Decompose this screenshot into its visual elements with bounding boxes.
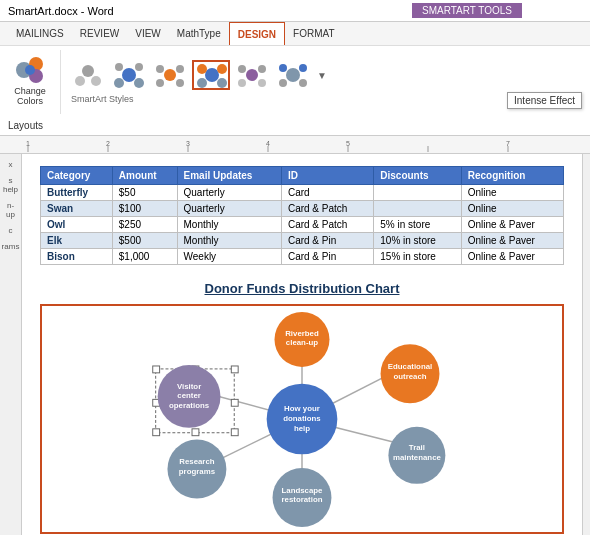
svg-point-31 <box>299 79 307 87</box>
tab-design[interactable]: DESIGN <box>229 22 285 45</box>
col-category: Category <box>41 167 113 185</box>
cell-weekly: Weekly <box>177 249 281 265</box>
cell-card-patch-1: Card & Patch <box>281 201 373 217</box>
smartart-tools-label: SMARTART TOOLS <box>412 3 522 18</box>
style-4-selected[interactable] <box>192 60 230 90</box>
layouts-label: Layouts <box>8 120 43 131</box>
svg-text:Educational: Educational <box>388 362 432 371</box>
svg-text:donations: donations <box>283 414 321 423</box>
cell-quarterly-2: Quarterly <box>177 201 281 217</box>
col-id: ID <box>281 167 373 185</box>
svg-point-8 <box>114 78 124 88</box>
cell-disc-5: 15% in store <box>374 249 461 265</box>
sidebar: x shelp n-up c rams <box>0 154 22 535</box>
change-colors-label: ChangeColors <box>14 86 46 106</box>
svg-point-4 <box>82 65 94 77</box>
svg-point-11 <box>135 63 143 71</box>
style-2[interactable] <box>110 60 148 90</box>
svg-text:2: 2 <box>106 140 110 147</box>
svg-point-5 <box>75 76 85 86</box>
svg-text:7: 7 <box>506 140 510 147</box>
cell-bison: Bison <box>41 249 113 265</box>
svg-rect-32 <box>8 138 578 152</box>
cell-disc-3: 5% in store <box>374 217 461 233</box>
cell-rec-2: Online <box>461 201 563 217</box>
sidebar-item-c[interactable]: c <box>0 224 21 238</box>
svg-text:How your: How your <box>284 404 320 413</box>
cell-100: $100 <box>112 201 177 217</box>
svg-point-25 <box>238 79 246 87</box>
svg-point-29 <box>299 64 307 72</box>
tab-mailings[interactable]: MAILINGS <box>8 22 72 45</box>
change-colors-group: ChangeColors <box>8 50 61 114</box>
svg-text:Visitor: Visitor <box>177 382 201 391</box>
table-header-row: Category Amount Email Updates ID Discoun… <box>41 167 564 185</box>
layouts-bar: Layouts <box>0 118 590 136</box>
change-colors-icon <box>12 54 48 86</box>
tab-format[interactable]: FORMAT <box>285 22 342 45</box>
svg-point-27 <box>286 68 300 82</box>
cell-rec-4: Online & Paver <box>461 233 563 249</box>
cell-owl: Owl <box>41 217 113 233</box>
cell-butterfly: Butterfly <box>41 185 113 201</box>
cell-monthly-2: Monthly <box>177 233 281 249</box>
svg-text:help: help <box>294 424 310 433</box>
style-5[interactable] <box>233 60 271 90</box>
smartart-container[interactable]: Riverbed clean-up Educational outreach T… <box>40 304 564 534</box>
style-1[interactable] <box>69 60 107 90</box>
svg-point-24 <box>258 65 266 73</box>
svg-text:maintenance: maintenance <box>393 453 442 462</box>
sidebar-item-x[interactable]: x <box>0 158 21 172</box>
col-amount: Amount <box>112 167 177 185</box>
table-row: Elk $500 Monthly Card & Pin 10% in store… <box>41 233 564 249</box>
tab-review[interactable]: REVIEW <box>72 22 127 45</box>
svg-text:4: 4 <box>266 140 270 147</box>
svg-point-10 <box>115 63 123 71</box>
cell-card-patch-2: Card & Patch <box>281 217 373 233</box>
cell-rec-5: Online & Paver <box>461 249 563 265</box>
cell-250: $250 <box>112 217 177 233</box>
svg-rect-60 <box>231 429 238 436</box>
svg-rect-55 <box>231 366 238 373</box>
table-row: Butterfly $50 Quarterly Card Online <box>41 185 564 201</box>
cell-1000: $1,000 <box>112 249 177 265</box>
col-recognition: Recognition <box>461 167 563 185</box>
svg-rect-57 <box>231 399 238 406</box>
styles-scroll-down[interactable]: ▼ <box>315 68 329 83</box>
scrollbar[interactable] <box>582 154 590 535</box>
svg-point-12 <box>164 69 176 81</box>
svg-text:3: 3 <box>186 140 190 147</box>
svg-text:programs: programs <box>179 467 216 476</box>
document-area: x shelp n-up c rams Category Amount Emai… <box>0 154 590 535</box>
cell-disc-1 <box>374 185 461 201</box>
smartart-inner: Riverbed clean-up Educational outreach T… <box>46 310 558 528</box>
sidebar-item-rams[interactable]: rams <box>0 240 21 254</box>
svg-point-3 <box>25 65 35 75</box>
svg-text:1: 1 <box>26 140 30 147</box>
cell-rec-1: Online <box>461 185 563 201</box>
col-email-updates: Email Updates <box>177 167 281 185</box>
change-colors-button[interactable]: ChangeColors <box>8 50 52 110</box>
svg-point-18 <box>197 64 207 74</box>
smartart-styles-group: ▼ SmartArt Styles <box>69 60 582 104</box>
svg-text:operations: operations <box>169 401 210 410</box>
tooltip-box: Intense Effect <box>507 92 582 109</box>
svg-text:Riverbed: Riverbed <box>285 329 319 338</box>
cell-elk: Elk <box>41 233 113 249</box>
cell-swan: Swan <box>41 201 113 217</box>
ruler-svg: 1 2 3 4 5 7 <box>8 138 578 152</box>
sidebar-item-help[interactable]: shelp <box>0 174 21 197</box>
sidebar-item-nup[interactable]: n-up <box>0 199 21 222</box>
cell-quarterly-1: Quarterly <box>177 185 281 201</box>
svg-text:center: center <box>177 391 201 400</box>
app-title: SmartArt.docx - Word <box>8 5 114 17</box>
ruler: 1 2 3 4 5 7 <box>0 136 590 154</box>
tab-view[interactable]: VIEW <box>127 22 169 45</box>
tab-mathtype[interactable]: MathType <box>169 22 229 45</box>
style-6[interactable] <box>274 60 312 90</box>
styles-row-1: ▼ <box>69 60 582 90</box>
style-3[interactable] <box>151 60 189 90</box>
svg-point-30 <box>279 79 287 87</box>
svg-rect-58 <box>153 429 160 436</box>
ribbon-tabs: MAILINGS REVIEW VIEW MathType DESIGN FOR… <box>0 22 590 46</box>
